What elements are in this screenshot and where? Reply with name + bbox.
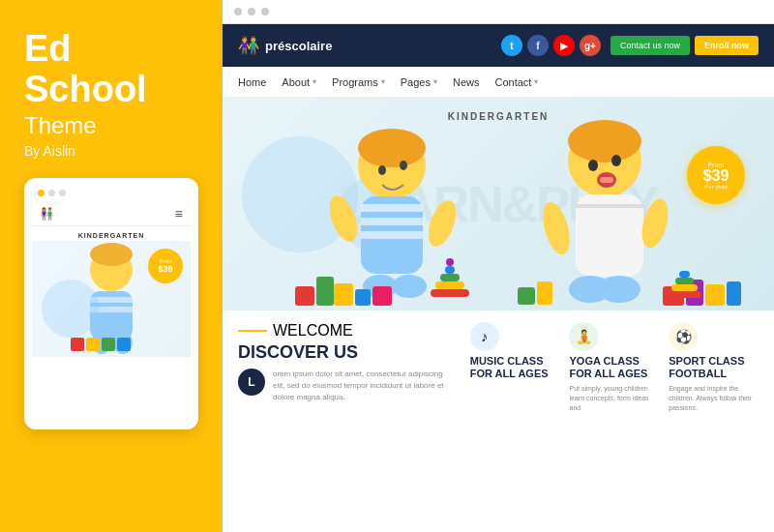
welcome-label: WELCOME (273, 322, 353, 340)
svg-rect-23 (295, 286, 314, 306)
svg-point-36 (611, 155, 621, 166)
mockup-dots (32, 186, 191, 202)
svg-rect-24 (316, 277, 334, 306)
mockup-dot-3 (59, 190, 66, 196)
svg-rect-17 (361, 218, 423, 225)
hero-price-per: Per child (704, 184, 727, 190)
mockup-nav: 👫 ≡ (32, 202, 191, 226)
svg-point-42 (598, 276, 640, 303)
chrome-dot-2 (248, 8, 255, 15)
nav-social: t f ▶ g+ (501, 35, 601, 56)
svg-rect-50 (727, 281, 741, 306)
site-hero: KINDERGARTEN LEARN&PLAY (223, 98, 774, 310)
logo-text: préscolaire (265, 39, 332, 53)
welcome-body: L orem ipsum dolor sit amet, consectetur… (238, 369, 455, 403)
chrome-dot-3 (261, 8, 269, 15)
site-bottom: WELCOME DISCOVER US L orem ipsum dolor s… (223, 310, 774, 532)
mockup-price-amount: $39 (158, 264, 172, 274)
svg-rect-38 (600, 177, 613, 183)
subtitle: Theme (24, 112, 198, 139)
mockup-price-badge: From $39 (148, 249, 183, 283)
svg-point-43 (538, 199, 575, 257)
svg-rect-28 (431, 289, 469, 297)
title-line1: Ed (24, 28, 72, 69)
welcome-section: WELCOME DISCOVER US L orem ipsum dolor s… (238, 322, 455, 529)
svg-rect-49 (705, 284, 725, 306)
svg-point-34 (568, 120, 641, 163)
svg-point-14 (400, 161, 407, 170)
menu-programs[interactable]: Programs▾ (332, 76, 385, 88)
svg-point-13 (378, 165, 386, 175)
mockup-dot-1 (38, 190, 45, 196)
svg-point-21 (324, 192, 363, 245)
mobile-mockup: 👫 ≡ KINDERGARTEN (24, 178, 198, 429)
logo-icon: 👫 (238, 35, 259, 56)
svg-point-20 (392, 275, 427, 298)
chrome-dot-1 (234, 8, 242, 15)
yoga-text: Put simply, young children learn concept… (569, 384, 659, 412)
svg-point-12 (358, 129, 426, 167)
svg-rect-31 (445, 266, 455, 274)
facebook-btn[interactable]: f (527, 35, 549, 56)
mockup-circle (42, 280, 100, 338)
sport-title: SPORT CLASS FOOTBALL (669, 355, 759, 380)
welcome-text: orem ipsum dolor sit amet, consectetur a… (273, 369, 455, 403)
menu-home[interactable]: Home (238, 76, 266, 88)
svg-point-35 (588, 160, 598, 171)
svg-rect-7 (71, 338, 84, 351)
menu-contact[interactable]: Contact▾ (495, 76, 539, 88)
svg-rect-18 (361, 231, 423, 239)
svg-rect-53 (675, 278, 694, 284)
feature-card-music: ♪ MUSIC CLASS FOR ALL AGES (470, 322, 560, 529)
hero-children-svg (223, 107, 774, 310)
googleplus-btn[interactable]: g+ (580, 35, 601, 56)
svg-rect-16 (361, 204, 423, 212)
enroll-button[interactable]: Enroll now (695, 36, 759, 55)
svg-rect-26 (355, 289, 371, 306)
svg-rect-51 (668, 291, 701, 298)
menu-bar: Home About▾ Programs▾ Pages▾ News Contac… (223, 67, 774, 98)
mockup-hero-img: From $39 (32, 241, 191, 357)
svg-rect-25 (334, 283, 353, 306)
svg-rect-30 (440, 274, 460, 281)
sport-icon: ⚽ (669, 322, 698, 351)
welcome-tag: WELCOME (238, 322, 455, 340)
svg-point-22 (423, 196, 461, 250)
svg-rect-8 (86, 338, 100, 351)
left-panel: Ed School Theme By Aislin 👫 ≡ KINDERGART… (0, 0, 223, 532)
menu-pages[interactable]: Pages▾ (401, 76, 437, 88)
browser-chrome (223, 0, 774, 24)
mockup-logo: 👫 (40, 207, 54, 221)
welcome-line (238, 330, 267, 332)
left-title: Ed School Theme By Aislin (24, 29, 198, 159)
twitter-btn[interactable]: t (501, 35, 522, 56)
svg-rect-10 (117, 338, 131, 351)
sport-text: Engage and inspire the children. Always … (669, 384, 759, 412)
right-panel: 👫 préscolaire t f ▶ g+ Contact us now En… (223, 0, 774, 532)
svg-rect-52 (671, 284, 698, 291)
menu-about[interactable]: About▾ (282, 76, 316, 88)
svg-point-1 (90, 243, 133, 266)
music-title: MUSIC CLASS FOR ALL AGES (470, 355, 560, 380)
feature-cards: ♪ MUSIC CLASS FOR ALL AGES 🧘 YOGA CLASS … (470, 322, 759, 529)
welcome-initial: L (238, 369, 265, 396)
svg-rect-54 (679, 271, 690, 278)
svg-rect-46 (537, 281, 552, 305)
feature-card-sport: ⚽ SPORT CLASS FOOTBALL Engage and inspir… (669, 322, 759, 529)
site-logo: 👫 préscolaire (238, 35, 501, 56)
title-line2: School (24, 69, 147, 109)
svg-rect-40 (576, 204, 643, 208)
site-navbar: 👫 préscolaire t f ▶ g+ Contact us now En… (223, 24, 774, 67)
hero-price-badge: From $39 Per child (687, 146, 745, 204)
svg-rect-32 (446, 258, 454, 266)
mockup-dot-2 (48, 190, 55, 196)
yoga-title: YOGA CLASS FOR ALL AGES (569, 355, 659, 380)
menu-news[interactable]: News (453, 76, 480, 88)
mockup-menu-icon: ≡ (175, 206, 183, 222)
feature-card-yoga: 🧘 YOGA CLASS FOR ALL AGES Put simply, yo… (569, 322, 659, 529)
svg-rect-9 (102, 338, 115, 351)
hero-price-amount: $39 (703, 168, 729, 184)
music-icon: ♪ (470, 322, 499, 351)
youtube-btn[interactable]: ▶ (553, 35, 575, 56)
contact-button[interactable]: Contact us now (610, 36, 690, 55)
